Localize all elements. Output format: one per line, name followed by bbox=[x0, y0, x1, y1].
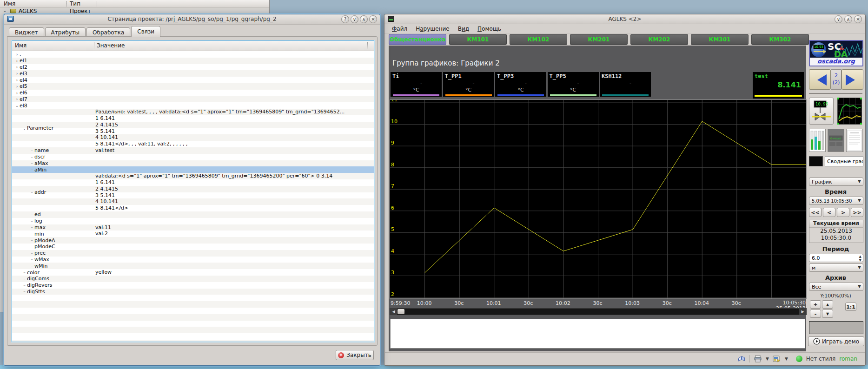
reset-scale-button[interactable]: 1:1 bbox=[845, 303, 856, 311]
column-separator[interactable] bbox=[66, 1, 66, 7]
menu-Нарушение[interactable]: Нарушение bbox=[412, 25, 453, 33]
parameter-box-T_PP1[interactable]: T_PP1-°C bbox=[443, 72, 494, 97]
tree-row-el3[interactable]: ›el3 bbox=[12, 70, 374, 77]
menu-Вид[interactable]: Вид bbox=[454, 25, 473, 33]
tab-КМ302[interactable]: КМ302 bbox=[751, 34, 809, 45]
menu-Файл[interactable]: Файл bbox=[388, 25, 411, 33]
expander-icon[interactable]: › bbox=[14, 52, 20, 57]
printer-icon[interactable] bbox=[754, 355, 762, 362]
tree-row-dscr[interactable]: –dscr bbox=[12, 154, 374, 160]
tree-row-ed[interactable]: –ed bbox=[12, 211, 374, 218]
chevron-down-icon[interactable]: ▼ bbox=[766, 356, 769, 361]
expander-icon[interactable]: › bbox=[14, 59, 20, 63]
chevron-down-icon[interactable]: ▼ bbox=[785, 356, 788, 361]
back-button[interactable]: < bbox=[823, 208, 835, 217]
tree-row-aMax[interactable]: –aMax bbox=[12, 160, 374, 167]
tree-row-el2[interactable]: ›el2 bbox=[12, 64, 374, 71]
zoom-in-button[interactable]: + bbox=[810, 300, 821, 309]
trend-plot[interactable]: 111098765432 bbox=[390, 99, 807, 299]
expander-icon[interactable]: › bbox=[14, 65, 20, 69]
parameter-box-KSH112[interactable]: KSH112- bbox=[600, 72, 651, 97]
parameter-box-T_PP3[interactable]: T_PP3-°C bbox=[495, 72, 546, 97]
shift-up-button[interactable]: ▲ bbox=[822, 300, 833, 309]
tree-row-el4[interactable]: ›el4 bbox=[12, 77, 374, 83]
tree-row-log[interactable]: –log bbox=[12, 218, 374, 224]
tree-row-wMax[interactable]: –wMax bbox=[12, 257, 374, 263]
parameter-box-Ti[interactable]: Ti-°C bbox=[391, 72, 442, 97]
tree-row-wMin[interactable]: –wMin bbox=[12, 263, 374, 269]
view-combo[interactable]: График ▼ bbox=[809, 178, 863, 186]
fast-forward-button[interactable]: >> bbox=[851, 208, 863, 217]
scrollbar-thumb[interactable] bbox=[398, 309, 404, 314]
shade-window-button[interactable]: ∨ bbox=[835, 15, 842, 23]
period-unit-combo[interactable]: м ▼ bbox=[809, 264, 863, 272]
tab-Виджет[interactable]: Виджет bbox=[9, 27, 44, 37]
tab-Атрибуты[interactable]: Атрибуты bbox=[45, 27, 86, 37]
oscada-logo[interactable]: 10.93 SC & DA oscada.org bbox=[809, 40, 863, 66]
message-area[interactable] bbox=[390, 319, 805, 349]
tab-КМ201[interactable]: КМ201 bbox=[570, 34, 628, 45]
gauges-thumbnail[interactable] bbox=[809, 129, 826, 152]
tree-row-max[interactable]: –maxval:11 bbox=[12, 224, 374, 231]
tree-row-name[interactable]: –nameval:test bbox=[12, 147, 374, 154]
tab-КМ301[interactable]: КМ301 bbox=[691, 34, 749, 45]
tab-Обработка[interactable]: Обработка bbox=[86, 27, 130, 37]
tab-Общестанционка[interactable]: Общестанционка bbox=[389, 34, 446, 45]
tab-КМ102[interactable]: КМ102 bbox=[510, 34, 567, 45]
expander-icon[interactable]: ⌄ bbox=[14, 103, 20, 108]
expander-icon[interactable]: ⌄ bbox=[22, 126, 27, 131]
tree-row-el7[interactable]: ›el7 bbox=[12, 96, 374, 103]
expander-icon[interactable]: › bbox=[14, 71, 20, 76]
tree-row-addr[interactable]: –addrval:data:<d s="1" aprox="1" tm="136… bbox=[12, 173, 374, 211]
prev-page-button[interactable] bbox=[809, 69, 831, 90]
tree-row-pModeC[interactable]: –pModeC bbox=[12, 244, 374, 250]
expander-icon[interactable]: › bbox=[14, 91, 20, 95]
tree-row-prec[interactable]: –prec bbox=[12, 250, 374, 257]
tree-row-el1[interactable]: ›el1 bbox=[12, 58, 374, 64]
tree-row-color[interactable]: –coloryellow bbox=[12, 269, 374, 276]
tree-row-el5[interactable]: ›el5 bbox=[12, 83, 374, 90]
archive-combo[interactable]: Все ▼ bbox=[809, 283, 863, 291]
scroll-right-icon[interactable]: ▶ bbox=[799, 309, 806, 315]
scroll-left-icon[interactable]: ◀ bbox=[390, 309, 397, 315]
close-window-button[interactable]: ✕ bbox=[854, 15, 862, 23]
panel-thumbnail[interactable]: 0-visual bbox=[828, 129, 844, 152]
parameter-box-test[interactable]: test 8.141 bbox=[753, 72, 804, 99]
shift-down-button[interactable]: ▼ bbox=[822, 310, 833, 318]
close-button[interactable]: ✕ Закрыть bbox=[336, 350, 374, 360]
tree-row-el8[interactable]: ⌄el8 bbox=[12, 102, 374, 109]
play-demo-button[interactable]: Играть демо bbox=[808, 336, 864, 346]
expander-icon[interactable]: › bbox=[14, 97, 20, 101]
parameter-box-T_PP5[interactable]: T_PP5-°C bbox=[548, 72, 599, 97]
spinbox-arrows-icon[interactable]: ▲▼ bbox=[859, 255, 861, 262]
help-window-button[interactable]: ? bbox=[341, 15, 349, 23]
tree-row-digComs[interactable]: –digComs bbox=[12, 276, 374, 282]
expander-icon[interactable]: ⌄ bbox=[3, 8, 7, 13]
period-spinbox[interactable]: 6,0 ▲▼ bbox=[809, 254, 863, 262]
tree-row-min[interactable]: –minval:2 bbox=[12, 231, 374, 237]
maximize-window-button[interactable]: ∧ bbox=[844, 15, 852, 23]
valve-widget-button[interactable]: 10.95 bbox=[809, 98, 834, 125]
editor-titlebar[interactable]: Страница проекта: /prj_AGLKS/pg_so/pg_1/… bbox=[4, 14, 380, 25]
export-view-icon[interactable] bbox=[773, 355, 781, 362]
fast-back-button[interactable]: << bbox=[809, 208, 822, 217]
document-thumbnail[interactable] bbox=[846, 129, 863, 152]
close-window-button[interactable]: ✕ bbox=[369, 15, 377, 23]
trend-scrollbar[interactable]: ◀ ▶ bbox=[390, 308, 807, 315]
maximize-window-button[interactable]: ∧ bbox=[360, 15, 368, 23]
tree-row-el6[interactable]: ›el6 bbox=[12, 90, 374, 96]
book-icon[interactable] bbox=[737, 355, 746, 362]
column-separator[interactable] bbox=[94, 42, 94, 49]
expander-icon[interactable]: › bbox=[14, 84, 20, 89]
next-page-button[interactable] bbox=[841, 69, 863, 90]
runtime-titlebar[interactable]: AGLKS <2> ∨∧✕ bbox=[384, 14, 865, 24]
tree-row-aMin[interactable]: –aMin bbox=[12, 166, 374, 173]
root-page-row[interactable]: Сводные граф bbox=[809, 155, 863, 167]
column-separator[interactable] bbox=[97, 1, 97, 7]
forward-button[interactable]: > bbox=[837, 208, 849, 217]
tree-row-.[interactable]: ›. bbox=[12, 51, 374, 58]
datetime-combo[interactable]: 5.05.13 10:05:30 ▼ bbox=[809, 197, 863, 205]
column-separator[interactable] bbox=[367, 42, 368, 49]
shade-window-button[interactable]: ∨ bbox=[351, 15, 358, 23]
expander-icon[interactable]: › bbox=[14, 78, 20, 82]
